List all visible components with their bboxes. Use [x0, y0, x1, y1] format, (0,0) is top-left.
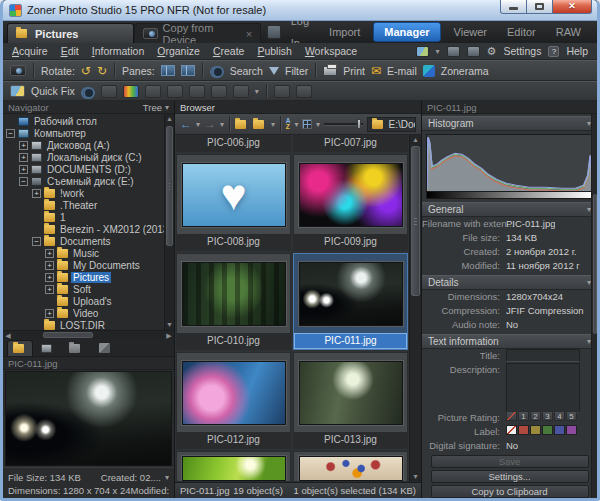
minimize-button[interactable]	[500, 0, 527, 14]
info-vscrollbar[interactable]	[591, 114, 597, 498]
label-color-swatch-4[interactable]	[554, 425, 565, 435]
module-tab-raw[interactable]: RAW	[546, 21, 591, 43]
tree-item[interactable]: −Компьютер	[3, 127, 164, 139]
label-none-swatch[interactable]	[506, 425, 517, 435]
tree-item[interactable]: +Дисковод (A:)	[3, 139, 164, 151]
chevron-down-icon[interactable]: ▾	[436, 47, 440, 56]
expander-icon[interactable]: −	[32, 237, 41, 246]
tree-item[interactable]: +Локальный диск (C:)	[3, 151, 164, 163]
print-icon[interactable]	[323, 66, 337, 76]
expander-icon[interactable]: +	[45, 261, 54, 270]
chevron-down-icon[interactable]: ▾	[255, 87, 259, 96]
upload-icon[interactable]	[211, 85, 227, 98]
search-icon[interactable]	[210, 66, 224, 75]
scroll-up-icon[interactable]: ▲	[165, 114, 174, 124]
rotate-left-icon[interactable]: ↺	[81, 65, 91, 77]
enhance-icon[interactable]	[101, 85, 117, 98]
settings-button[interactable]: Settings	[503, 45, 541, 57]
menu-information[interactable]: Information	[92, 45, 145, 57]
menu-create[interactable]: Create	[213, 45, 245, 57]
tree-mode-dropdown[interactable]: Tree ▾	[143, 102, 169, 113]
tree-item[interactable]: Berezin - XM2012 (2013)	[3, 223, 164, 235]
scroll-down-icon[interactable]: ▼	[165, 320, 174, 330]
module-tab-viewer[interactable]: Viewer	[444, 21, 497, 43]
albums-tab[interactable]	[63, 340, 89, 356]
expander-icon[interactable]: +	[19, 141, 28, 150]
scroll-right-icon[interactable]: ▶	[164, 331, 174, 339]
scrollbar-thumb[interactable]	[43, 332, 93, 338]
rating-4-button[interactable]: 4	[554, 411, 565, 421]
save-button[interactable]: Save	[431, 455, 589, 468]
menu-publish[interactable]: Publish	[257, 45, 291, 57]
module-tab-import[interactable]: Import	[319, 21, 370, 43]
label-color-swatch-2[interactable]	[530, 425, 541, 435]
device-icon[interactable]	[267, 25, 281, 39]
rotate-right-icon[interactable]: ↻	[97, 65, 107, 77]
folder-up-icon[interactable]	[235, 120, 246, 129]
filter-button[interactable]: Filter	[285, 65, 308, 77]
tree-item[interactable]: Upload's	[3, 295, 164, 307]
expander-icon[interactable]: +	[19, 153, 28, 162]
zonerama-button[interactable]: Zonerama	[441, 65, 489, 77]
chevron-down-icon[interactable]: ▾	[165, 473, 169, 482]
chevron-down-icon[interactable]: ▾	[316, 120, 320, 129]
help-icon[interactable]: ?	[548, 46, 559, 57]
help-button[interactable]: Help	[566, 45, 588, 57]
rating-5-button[interactable]: 5	[566, 411, 577, 421]
pane-layout-2-icon[interactable]	[181, 65, 195, 76]
tree-item[interactable]: +Pictures	[3, 271, 164, 283]
gear-icon[interactable]: ⚙	[487, 45, 497, 58]
chevron-down-icon[interactable]: ▾	[294, 120, 298, 129]
red-eye-icon[interactable]	[81, 87, 95, 96]
tree-item[interactable]: +Soft	[3, 283, 164, 295]
expander-icon[interactable]: +	[19, 165, 28, 174]
module-tab-manager[interactable]: Manager	[373, 22, 440, 42]
catalog-tab[interactable]	[35, 340, 61, 356]
label-color-swatch-5[interactable]	[566, 425, 577, 435]
tab-copy-from-device[interactable]: Copy from Device ×	[134, 23, 261, 43]
batch-icon[interactable]	[233, 85, 249, 98]
tree-item[interactable]: +Music	[3, 247, 164, 259]
thumbnail-cell[interactable]: PIC-012.jpg	[176, 352, 291, 449]
print-button[interactable]: Print	[343, 65, 365, 77]
general-section-header[interactable]: General ▾	[422, 202, 597, 217]
browser-vscrollbar[interactable]: ▲ ▼	[409, 135, 421, 482]
folders-tab[interactable]	[7, 340, 33, 356]
view-mode-icon[interactable]	[302, 119, 312, 129]
label-color-swatch-3[interactable]	[542, 425, 553, 435]
thumbnail-cell[interactable]: PIC-010.jpg	[176, 253, 291, 350]
expander-icon[interactable]: +	[45, 249, 54, 258]
zonerama-tab[interactable]	[91, 340, 117, 356]
close-button[interactable]	[553, 0, 592, 14]
thumbnail-cell[interactable]	[176, 451, 291, 482]
rating-none-button[interactable]	[506, 411, 517, 421]
thumbnail-size-slider[interactable]	[324, 119, 363, 129]
navigator-hscrollbar[interactable]: ◀ ▶	[3, 330, 174, 339]
menu-workspace[interactable]: Workspace	[305, 45, 357, 57]
email-button[interactable]: E-mail	[387, 65, 417, 77]
zonerama-icon[interactable]	[423, 65, 435, 77]
rating-3-button[interactable]: 3	[542, 411, 553, 421]
chevron-down-icon[interactable]: ▾	[220, 120, 224, 129]
expander-icon[interactable]: +	[45, 309, 54, 318]
description-input[interactable]	[506, 363, 580, 413]
forward-icon[interactable]: →	[204, 117, 216, 131]
title-input[interactable]	[506, 349, 580, 362]
back-icon[interactable]: ←	[180, 117, 192, 131]
adjust-icon[interactable]	[189, 85, 205, 98]
tree-item[interactable]: −Documents	[3, 235, 164, 247]
send-icon[interactable]	[296, 85, 312, 98]
thumbnail-cell[interactable]: PIC-011.jpg	[293, 253, 408, 350]
tree-item[interactable]: +DOCUMENTS (D:)	[3, 163, 164, 175]
details-section-header[interactable]: Details ▾	[422, 275, 597, 290]
thumbnail-cell[interactable]: PIC-006.jpg	[176, 135, 291, 152]
thumbnail-cell[interactable]: PIC-009.jpg	[293, 154, 408, 251]
email-icon[interactable]: ✉	[371, 66, 381, 76]
settings-button[interactable]: Settings...	[431, 470, 589, 483]
title-bar[interactable]: Zoner Photo Studio 15 PRO NFR (Not for r…	[3, 0, 597, 21]
label-color-swatch-1[interactable]	[518, 425, 529, 435]
basket-icon[interactable]	[447, 46, 460, 57]
chevron-down-icon[interactable]: ▾	[196, 120, 200, 129]
chevron-down-icon[interactable]: ▾	[271, 120, 275, 129]
thumbnail-cell[interactable]	[293, 451, 408, 482]
